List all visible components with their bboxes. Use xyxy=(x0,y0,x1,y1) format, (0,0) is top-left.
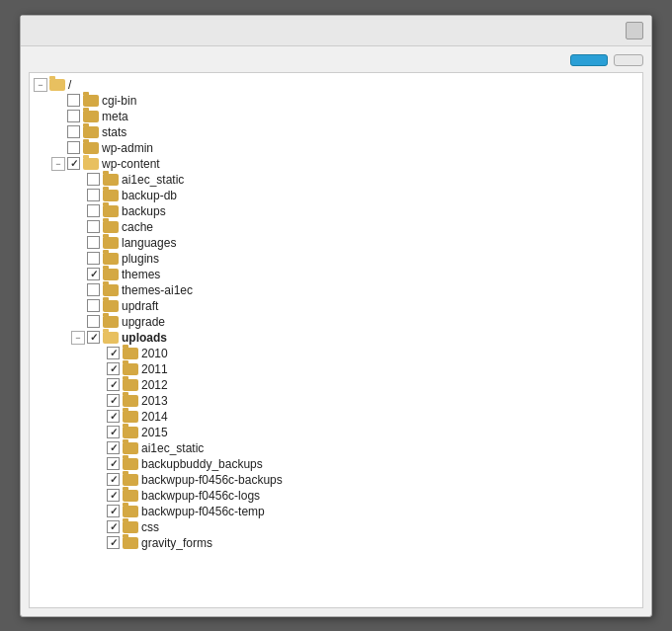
folder-open-icon xyxy=(83,158,99,170)
tree-item-checkbox[interactable] xyxy=(67,110,80,122)
tree-item-checkbox[interactable] xyxy=(67,141,80,154)
tree-item-label: wp-content xyxy=(102,157,160,171)
expander-toggle[interactable] xyxy=(71,331,85,345)
folder-closed-icon xyxy=(123,379,138,391)
tree-item-checkbox[interactable] xyxy=(87,299,100,312)
expander-toggle[interactable] xyxy=(34,78,47,92)
tree-item-label: backwpup-f0456c-temp xyxy=(141,505,265,518)
tree-item-checkbox[interactable] xyxy=(107,347,120,359)
tree-item-checkbox[interactable] xyxy=(87,236,100,249)
folder-closed-icon xyxy=(123,474,138,486)
tree-item[interactable]: themes-ai1ec xyxy=(32,282,640,298)
tree-item[interactable]: uploads xyxy=(32,330,640,346)
close-button[interactable] xyxy=(626,22,643,39)
tree-item[interactable]: 2010 xyxy=(32,346,640,361)
tree-item-label: gravity_forms xyxy=(141,536,212,550)
tree-item-label: 2010 xyxy=(141,347,168,360)
tree-item-checkbox[interactable] xyxy=(107,473,120,486)
tree-item[interactable]: ai1ec_static xyxy=(32,440,640,456)
tree-item-checkbox[interactable] xyxy=(67,157,80,170)
tree-item[interactable]: 2012 xyxy=(32,377,640,393)
folder-closed-icon xyxy=(103,205,119,217)
tree-item[interactable]: stats xyxy=(32,124,640,140)
folder-closed-icon xyxy=(123,348,138,359)
tree-item[interactable]: backup-db xyxy=(32,188,640,203)
tree-item-checkbox[interactable] xyxy=(87,220,100,233)
dialog-overlay: /cgi-binmetastatswp-adminwp-contentai1ec… xyxy=(10,10,662,622)
tree-item-checkbox[interactable] xyxy=(87,283,100,296)
tree-item-checkbox[interactable] xyxy=(107,489,120,502)
tree-item[interactable]: backupbuddy_backups xyxy=(32,456,640,472)
folder-open-icon xyxy=(103,332,119,344)
folder-closed-icon xyxy=(123,458,138,470)
tree-item[interactable]: / xyxy=(32,77,640,93)
folder-closed-icon xyxy=(103,174,119,186)
folder-closed-icon xyxy=(103,253,119,265)
tree-item-checkbox[interactable] xyxy=(107,378,120,391)
folder-closed-icon xyxy=(123,537,138,549)
folder-closed-icon xyxy=(123,427,138,438)
tree-item-label: 2012 xyxy=(141,378,168,392)
folder-closed-icon xyxy=(83,111,99,122)
tree-item[interactable]: cache xyxy=(32,219,640,235)
tree-item-label: backwpup-f0456c-backups xyxy=(141,473,283,487)
cancel-button[interactable] xyxy=(614,54,643,66)
tree-item[interactable]: plugins xyxy=(32,251,640,267)
tree-item-label: wp-admin xyxy=(102,141,153,155)
tree-item[interactable]: cgi-bin xyxy=(32,93,640,109)
tree-item-checkbox[interactable] xyxy=(107,410,120,423)
tree-item-checkbox[interactable] xyxy=(107,441,120,454)
folder-closed-icon xyxy=(123,411,138,423)
tree-item[interactable]: wp-admin xyxy=(32,140,640,156)
tree-item-checkbox[interactable] xyxy=(107,536,120,549)
tree-item[interactable]: backups xyxy=(32,203,640,219)
tree-item-checkbox[interactable] xyxy=(87,189,100,201)
tree-item[interactable]: backwpup-f0456c-logs xyxy=(32,488,640,504)
tree-item[interactable]: languages xyxy=(32,235,640,251)
folder-closed-icon xyxy=(103,190,119,201)
tree-item[interactable]: updraft xyxy=(32,298,640,314)
tree-item-checkbox[interactable] xyxy=(67,94,80,107)
folder-closed-icon xyxy=(123,395,138,407)
tree-item-checkbox[interactable] xyxy=(107,394,120,407)
tree-item-checkbox[interactable] xyxy=(107,520,120,533)
tree-item[interactable]: themes xyxy=(32,267,640,282)
tree-item-checkbox[interactable] xyxy=(87,315,100,328)
expander-toggle[interactable] xyxy=(51,157,65,171)
tree-item[interactable]: backwpup-f0456c-temp xyxy=(32,504,640,519)
tree-item-checkbox[interactable] xyxy=(87,204,100,217)
tree-item-checkbox[interactable] xyxy=(87,268,100,280)
tree-item[interactable]: gravity_forms xyxy=(32,535,640,551)
folder-closed-icon xyxy=(103,316,119,328)
dialog-titlebar xyxy=(21,16,651,46)
tree-item-checkbox[interactable] xyxy=(87,173,100,186)
tree-item[interactable]: 2014 xyxy=(32,409,640,425)
tree-item[interactable]: ai1ec_static xyxy=(32,172,640,188)
tree-item-label: themes-ai1ec xyxy=(122,283,193,297)
folder-closed-icon xyxy=(103,284,119,296)
tree-item[interactable]: 2013 xyxy=(32,393,640,409)
tree-item-checkbox[interactable] xyxy=(67,125,80,138)
tree-item-label: backwpup-f0456c-logs xyxy=(141,489,260,503)
tree-item-checkbox[interactable] xyxy=(107,505,120,517)
tree-item[interactable]: 2015 xyxy=(32,425,640,440)
ok-button[interactable] xyxy=(570,54,608,66)
folder-closed-icon xyxy=(123,521,138,533)
tree-item[interactable]: upgrade xyxy=(32,314,640,330)
tree-item[interactable]: meta xyxy=(32,109,640,124)
tree-item-checkbox[interactable] xyxy=(107,362,120,375)
tree-item-label: 2015 xyxy=(141,426,168,439)
tree-container[interactable]: /cgi-binmetastatswp-adminwp-contentai1ec… xyxy=(29,72,643,608)
dialog: /cgi-binmetastatswp-adminwp-contentai1ec… xyxy=(20,15,652,617)
folder-closed-icon xyxy=(123,506,138,517)
tree-item[interactable]: wp-content xyxy=(32,156,640,172)
tree-item-checkbox[interactable] xyxy=(107,457,120,470)
tree-item[interactable]: css xyxy=(32,519,640,535)
tree-item-checkbox[interactable] xyxy=(87,331,100,344)
tree-item-label: backupbuddy_backups xyxy=(141,457,263,471)
folder-closed-icon xyxy=(103,237,119,249)
tree-item[interactable]: 2011 xyxy=(32,361,640,377)
tree-item-checkbox[interactable] xyxy=(87,252,100,265)
tree-item[interactable]: backwpup-f0456c-backups xyxy=(32,472,640,488)
tree-item-checkbox[interactable] xyxy=(107,426,120,438)
